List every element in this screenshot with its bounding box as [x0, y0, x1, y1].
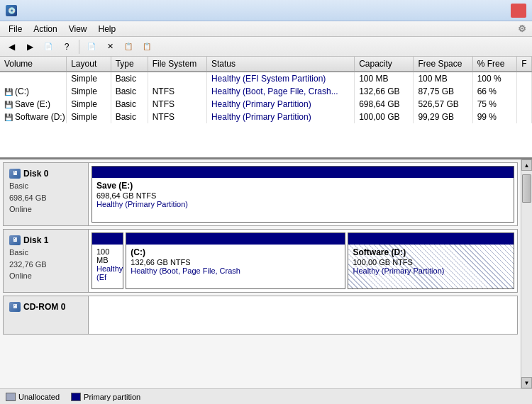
cell-type: Basic	[111, 111, 148, 123]
scroll-up-arrow[interactable]: ▲	[521, 159, 532, 171]
disk-row-disk1: 🖥 Disk 1Basic232,76 GBOnline100 MBHealth…	[3, 229, 518, 293]
menu-action[interactable]: Action	[28, 23, 62, 35]
col-header-free: Free Space	[414, 57, 472, 72]
legend-bar: Unallocated Primary partition	[0, 388, 532, 404]
col-header-fs: File System	[148, 57, 206, 72]
cell-volume: 💾(C:)	[0, 85, 67, 98]
partition-1-2[interactable]: Software (D:)100,00 GB NTFSHealthy (Prim…	[348, 232, 514, 289]
menu-help[interactable]: Help	[93, 23, 122, 35]
partitions-disk0: Save (E:)698,64 GB NTFSHealthy (Primary …	[89, 163, 517, 225]
partition-header-1-0	[92, 233, 123, 245]
minimize-button[interactable]	[477, 4, 492, 18]
forward-button[interactable]: ▶	[21, 39, 38, 55]
cell-volume	[0, 72, 67, 85]
cell-pctFree: 66 %	[472, 85, 516, 98]
cell-freeSpace: 526,57 GB	[414, 98, 472, 111]
cell-volume: 💾Save (E:)	[0, 98, 67, 111]
partition-body-1-2: Software (D:)100,00 GB NTFSHealthy (Prim…	[348, 245, 514, 288]
partition-size: 698,64 GB NTFS	[96, 191, 509, 200]
volume-icon: 💾	[4, 101, 13, 108]
disk-name-cdrom0: 🖥 CD-ROM 0	[9, 302, 82, 312]
legend-primary-color	[71, 393, 81, 401]
scroll-thumb[interactable]	[522, 174, 531, 203]
table-body: SimpleBasicHealthy (EFI System Partition…	[0, 72, 532, 123]
table-row[interactable]: SimpleBasicHealthy (EFI System Partition…	[0, 72, 532, 85]
col-header-type: Type	[111, 57, 148, 72]
legend-unallocated: Unallocated	[6, 393, 60, 401]
cell-extra	[517, 85, 532, 98]
col-header-volume: Volume	[0, 57, 67, 72]
new-button[interactable]: 📄	[83, 39, 100, 55]
col-header-status: Status	[206, 57, 354, 72]
cell-type: Basic	[111, 98, 148, 111]
partition-status: Healthy (Primary Partition)	[96, 200, 509, 208]
close-button[interactable]	[511, 4, 526, 18]
partitions-disk1: 100 MBHealthy (Ef(C:)132,66 GB NTFSHealt…	[89, 230, 517, 292]
delete-button[interactable]: ✕	[101, 39, 118, 55]
table-row[interactable]: 💾Software (D:)SimpleBasicNTFSHealthy (Pr…	[0, 111, 532, 123]
disk-icon: 🖥	[9, 169, 21, 179]
partition-body-1-0: 100 MBHealthy (Ef	[92, 245, 123, 288]
partition-header-0-0	[92, 167, 514, 178]
toolbar-separator-1	[79, 40, 79, 54]
cell-volume: 💾Software (D:)	[0, 111, 67, 123]
cell-status: Healthy (EFI System Partition)	[206, 72, 354, 85]
cell-pctFree: 75 %	[472, 98, 516, 111]
cell-pctFree: 99 %	[472, 111, 516, 123]
disk-label-disk0: 🖥 Disk 0Basic698,64 GBOnline	[4, 163, 89, 225]
cell-status: Healthy (Primary Partition)	[206, 98, 354, 111]
menu-view[interactable]: View	[63, 23, 93, 35]
partition-0-0[interactable]: Save (E:)698,64 GB NTFSHealthy (Primary …	[92, 166, 514, 223]
toolbar: ◀ ▶ 📄 ? 📄 ✕ 📋 📋	[0, 37, 532, 57]
disk-visual-wrapper: 🖥 Disk 0Basic698,64 GBOnlineSave (E:)698…	[0, 159, 532, 388]
cell-layout: Simple	[67, 72, 111, 85]
col-header-pctfree: % Free	[472, 57, 516, 72]
disk-section: 🖥 Disk 0Basic698,64 GBOnlineSave (E:)698…	[0, 159, 521, 388]
cell-layout: Simple	[67, 98, 111, 111]
volume-icon: 💾	[4, 113, 13, 121]
cell-fs: NTFS	[148, 85, 206, 98]
partition-body-1-1: (C:)132,66 GB NTFSHealthy (Boot, Page Fi…	[126, 245, 345, 288]
disk-name-disk1: 🖥 Disk 1	[9, 235, 82, 245]
menu-file[interactable]: File	[3, 23, 28, 35]
vertical-scrollbar[interactable]: ▲ ▼	[521, 159, 532, 388]
refresh-button[interactable]: 📋	[138, 39, 155, 55]
back-button[interactable]: ◀	[3, 39, 20, 55]
legend-primary-label: Primary partition	[84, 393, 140, 401]
col-header-capacity: Capacity	[355, 57, 414, 72]
cell-fs: NTFS	[148, 111, 206, 123]
brand-logo: ⚙	[518, 23, 529, 34]
partition-1-0[interactable]: 100 MBHealthy (Ef	[92, 232, 123, 289]
table-row[interactable]: 💾(C:)SimpleBasicNTFSHealthy (Boot, Page …	[0, 85, 532, 98]
gear-icon: ⚙	[518, 23, 526, 34]
partition-body-0-0: Save (E:)698,64 GB NTFSHealthy (Primary …	[92, 178, 514, 222]
cell-extra	[517, 72, 532, 85]
disk-name-disk0: 🖥 Disk 0	[9, 169, 82, 179]
partition-name: Save (E:)	[96, 181, 509, 191]
properties-button[interactable]: 📋	[120, 39, 137, 55]
partition-name: Software (D:)	[353, 247, 509, 257]
table-row[interactable]: 💾Save (E:)SimpleBasicNTFSHealthy (Primar…	[0, 98, 532, 111]
cell-freeSpace: 87,75 GB	[414, 85, 472, 98]
scroll-down-arrow[interactable]: ▼	[521, 377, 532, 388]
disk-row-cdrom0: 🖥 CD-ROM 0	[3, 296, 518, 335]
disk-info-disk0: Basic698,64 GBOnline	[9, 180, 82, 215]
partition-size: 132,66 GB NTFS	[131, 258, 340, 266]
disk-row-disk0: 🖥 Disk 0Basic698,64 GBOnlineSave (E:)698…	[3, 162, 518, 226]
maximize-button[interactable]	[494, 4, 509, 18]
legend-unalloc-color	[6, 393, 16, 401]
disk-label-cdrom0: 🖥 CD-ROM 0	[4, 296, 89, 334]
cell-type: Basic	[111, 85, 148, 98]
app-icon: 💿	[6, 5, 17, 16]
col-header-extra: F	[517, 57, 532, 72]
scroll-track	[521, 171, 532, 377]
up-button[interactable]: 📄	[40, 39, 57, 55]
help-button[interactable]: ?	[58, 39, 75, 55]
partitions-cdrom0	[89, 296, 517, 334]
cell-capacity: 100,00 GB	[355, 111, 414, 123]
partition-status: Healthy (Primary Partition)	[353, 266, 509, 275]
main-container: Volume Layout Type File System Status Ca…	[0, 57, 532, 404]
cell-status: Healthy (Boot, Page File, Crash...	[206, 85, 354, 98]
partition-1-1[interactable]: (C:)132,66 GB NTFSHealthy (Boot, Page Fi…	[126, 232, 345, 289]
disk-table-section: Volume Layout Type File System Status Ca…	[0, 57, 532, 159]
